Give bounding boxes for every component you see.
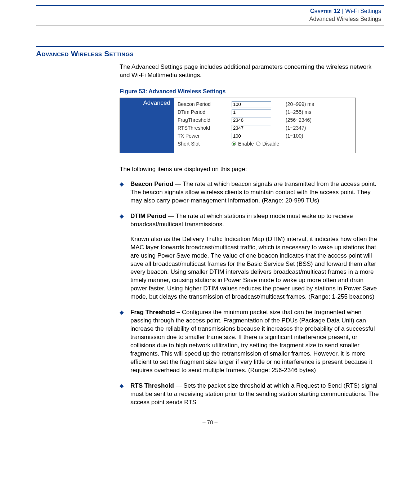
figure-row-label: DTim Period	[178, 109, 232, 115]
figure-settings-grid: Beacon Period (20~999) ms DTim Period (1…	[174, 98, 356, 153]
figure-side-tab: Advanced	[120, 98, 174, 153]
chapter-title: Wi-Fi Settings	[345, 8, 381, 14]
item-title: RTS Threshold	[130, 382, 174, 389]
item-title: DTIM Period	[130, 213, 166, 219]
short-slot-disable-radio[interactable]	[256, 142, 260, 146]
list-item: RTS Threshold — Sets the packet size thr…	[120, 382, 380, 407]
figure-row-range: (1~100)	[286, 133, 356, 139]
figure-row-txpower: TX Power (1~100)	[178, 132, 356, 140]
list-item: DTIM Period — The rate at which stations…	[120, 212, 380, 301]
section-rule	[36, 46, 384, 47]
tx-power-input[interactable]	[232, 133, 271, 139]
chapter-label: Chapter 12	[310, 8, 340, 14]
item-title: Beacon Period	[130, 180, 173, 187]
figure-row-frag: FragThreshold (256~2346)	[178, 116, 356, 124]
dtim-period-input[interactable]	[232, 109, 271, 115]
chapter-subtitle: Advanced Wireless Settings	[36, 15, 381, 23]
figure-row-range: (20~999) ms	[286, 101, 356, 107]
body-lead: The following items are displayed on thi…	[120, 165, 380, 174]
item-sep: —	[174, 382, 183, 389]
figure-row-label: TX Power	[178, 133, 232, 139]
rts-threshold-input[interactable]	[232, 125, 271, 131]
short-slot-enable-radio[interactable]	[232, 142, 236, 146]
figure-row-range: (1~2347)	[286, 125, 356, 131]
figure-row-beacon: Beacon Period (20~999) ms	[178, 100, 356, 108]
frag-threshold-input[interactable]	[232, 117, 271, 123]
running-header: Chapter 12 | Wi-Fi Settings Advanced Wir…	[36, 6, 384, 25]
chapter-separator: |	[342, 8, 343, 14]
figure-row-label: Beacon Period	[178, 101, 232, 107]
page-footer: – 78 –	[36, 419, 384, 425]
figure-row-dtim: DTim Period (1~255) ms	[178, 108, 356, 116]
short-slot-disable-label: Disable	[263, 141, 280, 147]
beacon-period-input[interactable]	[232, 101, 271, 107]
item-sep: —	[173, 180, 183, 187]
short-slot-enable-label: Enable	[238, 141, 254, 147]
item-extra: Known also as the Delivery Traffic Indic…	[130, 235, 380, 302]
figure-screenshot: Advanced Beacon Period (20~999) ms DTim …	[120, 98, 356, 153]
item-title: Frag Threshold	[130, 309, 175, 316]
item-text: Configures the minimum packet size that …	[130, 309, 375, 374]
figure-row-range: (1~255) ms	[286, 109, 356, 115]
item-sep: –	[175, 309, 182, 316]
figure-row-rts: RTSThreshold (1~2347)	[178, 124, 356, 132]
figure-row-label: RTSThreshold	[178, 125, 232, 131]
list-item: Beacon Period — The rate at which beacon…	[120, 180, 380, 205]
item-sep: —	[166, 213, 175, 219]
figure-row-range: (256~2346)	[286, 117, 356, 123]
figure-label: Figure 53: Advanced Wireless Settings	[120, 88, 380, 95]
intro-paragraph: The Advanced Settings page includes addi…	[120, 63, 380, 80]
figure-row-label: Short Slot	[178, 141, 232, 147]
parameters-list: Beacon Period — The rate at which beacon…	[120, 180, 380, 407]
figure-row-shortslot: Short Slot Enable Disable	[178, 140, 356, 148]
list-item: Frag Threshold – Configures the minimum …	[120, 308, 380, 375]
figure-row-label: FragThreshold	[178, 117, 232, 123]
section-heading: Advanced Wireless Settings	[36, 49, 384, 58]
